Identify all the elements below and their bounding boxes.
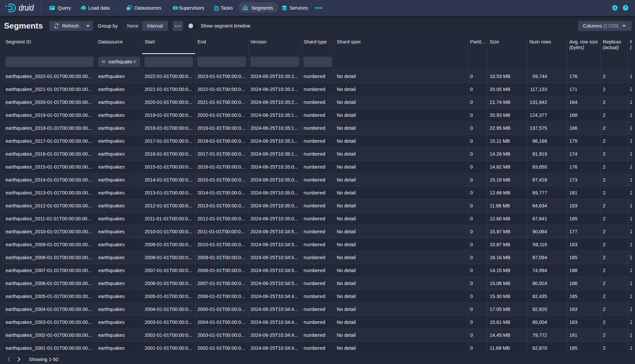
svg-text:?: ? — [624, 5, 627, 10]
